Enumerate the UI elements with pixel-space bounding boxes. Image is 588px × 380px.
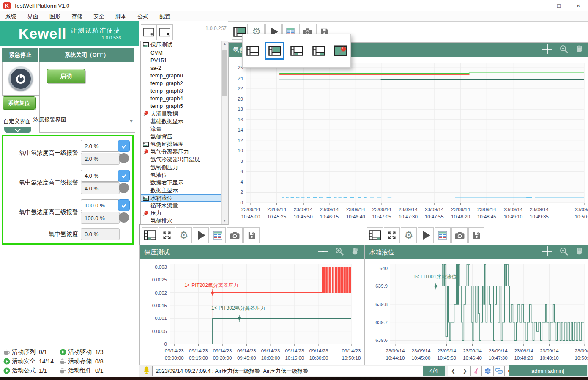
prev-alarm-button[interactable]: ❮ [448, 366, 459, 376]
close-window-button[interactable] [157, 24, 173, 40]
alarm-setpoint-input[interactable]: 4.0 % [81, 170, 120, 182]
collapse-tab[interactable] [4, 127, 31, 133]
data-table-button[interactable] [210, 227, 226, 243]
fullscreen-button[interactable] [384, 227, 400, 243]
snapshot-button[interactable] [227, 227, 243, 243]
scroll-down-icon[interactable]: ▼ [222, 218, 228, 224]
layout-option-2[interactable] [266, 43, 284, 59]
menu-item-5[interactable]: 安全 [88, 11, 110, 21]
tree-item[interactable]: 流量 [141, 125, 228, 133]
menu-item-4[interactable]: 存储 [66, 11, 88, 21]
next-alarm-button[interactable]: ❯ [459, 366, 470, 376]
tree-item[interactable]: 氢侧尾排温度 [141, 140, 228, 148]
pin-layout-option[interactable] [332, 43, 350, 59]
tree-item[interactable]: 水箱液位 [141, 194, 228, 202]
run-button[interactable] [193, 227, 209, 243]
toolbar-right-chart: ⚙ [367, 227, 484, 243]
menu-item-2[interactable]: 界面 [22, 11, 44, 21]
tree-item[interactable]: 氢侧排水 [141, 217, 228, 225]
chart-plot[interactable]: 0246810121416182022242623/09/1410:45:002… [229, 57, 588, 224]
message-button[interactable] [493, 366, 505, 376]
layout-button[interactable] [367, 227, 383, 243]
data-table-button[interactable] [435, 227, 451, 243]
tree-item[interactable]: temp_graph0 [141, 72, 228, 79]
hand-icon[interactable] [351, 247, 359, 258]
scroll-thumb[interactable] [222, 50, 227, 96]
menu-item-6[interactable]: 脚本 [110, 11, 132, 21]
tree-item[interactable]: CVM [141, 49, 228, 56]
chart-plot[interactable]: 640639.9639.8639.7639.623/09/1410:44:102… [365, 259, 588, 364]
layout-option-1[interactable] [244, 43, 262, 59]
tree-item[interactable]: PV151 [141, 56, 228, 64]
tree-item[interactable]: temp_graph3 [141, 87, 228, 95]
alarm-setpoint-input[interactable]: 2.0 % [81, 140, 120, 152]
snapshot-button[interactable] [451, 227, 468, 243]
zoom-icon[interactable] [559, 44, 569, 55]
hand-icon[interactable] [575, 247, 583, 258]
tree-item[interactable]: 氢液位 [141, 171, 228, 179]
tree-item[interactable]: temp_graph4 [141, 95, 228, 102]
zoom-icon[interactable] [335, 247, 344, 258]
hand-icon[interactable] [575, 45, 583, 55]
save-button[interactable] [468, 227, 484, 243]
fullscreen-button[interactable] [159, 227, 175, 243]
custom-ui-select[interactable]: 浓度报警界面 [33, 116, 66, 124]
tree-item[interactable]: 数据右下显示 [141, 179, 228, 187]
tree-item[interactable]: temp_graph5 [141, 102, 228, 110]
settings-button[interactable]: ⚙ [401, 227, 417, 243]
tree-item[interactable]: 基础数据显示 [141, 118, 228, 125]
clear-alarm-button[interactable] [470, 366, 482, 376]
dropdown-arrow-icon[interactable]: ▼ [126, 118, 134, 125]
run-button[interactable] [418, 227, 434, 243]
desktop-edge [0, 377, 588, 380]
tree-item[interactable]: 氢侧背压 [141, 133, 228, 140]
tree-item[interactable]: 数据主显示 [141, 187, 228, 194]
scroll-up-icon[interactable]: ▲ [222, 41, 228, 47]
tree-item-label: 氢气冷凝器出口温度 [150, 156, 200, 163]
crosshair-icon[interactable] [318, 246, 328, 258]
tree-item[interactable]: 氢气冷凝器出口温度 [141, 156, 228, 163]
svg-text:23/09/14: 23/09/14 [514, 348, 533, 353]
settings-button[interactable]: ⚙ [176, 227, 192, 243]
minimize-button[interactable]: – [530, 0, 549, 11]
tree-item[interactable]: 氢气分离器压力 [141, 148, 228, 156]
layout-option-3[interactable] [288, 43, 306, 59]
tree-item[interactable]: 保压测试 [141, 41, 228, 49]
tree-scrollbar[interactable]: ▲ ▼ [221, 41, 228, 224]
alarm-settings-button[interactable] [482, 366, 493, 376]
maximize-button[interactable]: □ [549, 0, 569, 11]
menu-item-1[interactable]: 系统 [0, 11, 22, 21]
crosshair-icon[interactable] [542, 44, 552, 56]
alarm-setpoint-input[interactable]: 100.0 % [81, 199, 120, 211]
layout-button[interactable] [142, 227, 158, 243]
user-badge[interactable]: admin[admin] [509, 365, 587, 376]
tree-item[interactable]: 大流量数据 [141, 110, 228, 118]
add-window-button[interactable] [141, 24, 157, 40]
save-button[interactable] [243, 227, 260, 243]
menu-item-7[interactable]: 公式 [132, 11, 154, 21]
alarm-enable-checkbox[interactable] [118, 170, 130, 182]
menu-item-8[interactable]: 配置 [154, 11, 176, 21]
tree-item[interactable]: temp_graph2 [141, 79, 228, 87]
layout-option-4[interactable] [310, 43, 328, 59]
zoom-icon[interactable] [559, 247, 569, 258]
alarm-message[interactable]: 2023/09/14 09:27:09.4 : Air压力低一级报警_Air压力… [152, 366, 424, 376]
chevron-down-icon [14, 129, 21, 132]
svg-text:09:30:00: 09:30:00 [213, 355, 232, 361]
tree-item[interactable]: 氢氧侧压力 [141, 164, 228, 171]
svg-text:23/09/14: 23/09/14 [463, 348, 482, 353]
menu-item-3[interactable]: 图形 [44, 11, 66, 21]
close-button[interactable]: × [569, 0, 588, 11]
chart-plot[interactable]: 00.00050.0010.00150.0020.00250.00309/14/… [140, 259, 363, 364]
tree-item[interactable]: 压力 [141, 209, 228, 217]
system-reset-button[interactable]: 系统复位 [3, 96, 36, 110]
tree-item[interactable]: 循环水流量 [141, 202, 228, 209]
alarm-enable-checkbox[interactable] [118, 140, 130, 152]
crosshair-icon[interactable] [542, 246, 552, 258]
alarm-enable-checkbox[interactable] [118, 199, 130, 211]
tree-item[interactable]: sa-2 [141, 64, 228, 72]
start-button[interactable]: 启动 [47, 69, 85, 83]
running-icon [3, 358, 10, 365]
svg-text:10:45:50: 10:45:50 [294, 214, 313, 219]
emergency-stop-button[interactable] [8, 66, 33, 91]
